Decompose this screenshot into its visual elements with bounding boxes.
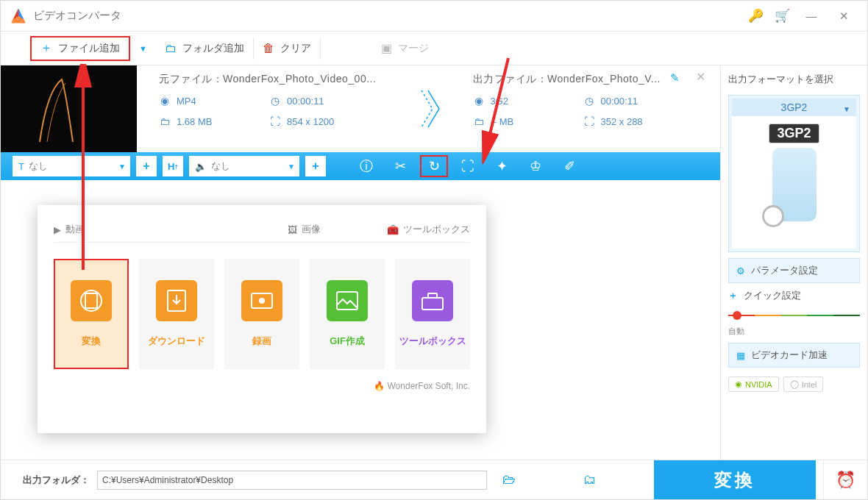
nvidia-chip[interactable]: ◉NVIDIA bbox=[728, 376, 779, 392]
watermark-icon[interactable]: ♔ bbox=[522, 155, 549, 177]
key-icon[interactable]: 🔑 bbox=[742, 3, 769, 29]
open-folder-icon[interactable]: 🗁 bbox=[494, 469, 524, 491]
rotate-icon[interactable]: ↻ bbox=[420, 155, 448, 177]
chevron-down-icon: ▼ bbox=[843, 105, 850, 113]
output-file-info: ✎ ✕ 出力ファイル：WonderFox_Photo_V... ◉3G2 ◷00… bbox=[451, 65, 721, 152]
intel-icon: ◯ bbox=[790, 379, 799, 389]
format-icon: ◉ bbox=[159, 95, 171, 107]
title-bar: ビデオコンバータ 🔑 🛒 — ✕ bbox=[1, 1, 867, 32]
app-logo-icon bbox=[11, 9, 26, 24]
svg-rect-6 bbox=[428, 293, 437, 298]
sharpen-icon[interactable]: ✐ bbox=[555, 155, 583, 177]
card-gif[interactable]: GIF作成 bbox=[310, 259, 385, 369]
popup-tab-image[interactable]: 🖼画像 bbox=[288, 223, 321, 236]
popup-tab-video[interactable]: ▶動画 bbox=[54, 223, 85, 236]
close-window-button[interactable]: ✕ bbox=[828, 3, 860, 29]
file-row: 元ファイル：WonderFox_Photo_Video_00... ◉MP4 ◷… bbox=[1, 65, 720, 152]
right-panel: 出力フォーマットを選択 3GP2▼ 3GP2 ⚙パラメータ設定 ＋クイック設定 bbox=[720, 65, 867, 460]
cart-icon[interactable]: 🛒 bbox=[769, 3, 795, 29]
remove-file-button[interactable]: ✕ bbox=[696, 70, 705, 84]
sliders-icon: ⚙ bbox=[736, 265, 745, 276]
add-file-button[interactable]: ＋ ファイル追加 bbox=[30, 36, 130, 61]
format-preview-icon: 3GP2 bbox=[754, 124, 835, 241]
add-folder-button[interactable]: 🗀 フォルダ追加 bbox=[156, 36, 253, 61]
slider-auto-label: 自動 bbox=[728, 326, 860, 337]
subtitle-settings-button[interactable]: H† bbox=[163, 156, 183, 176]
output-format-selector[interactable]: 3GP2▼ 3GP2 bbox=[728, 95, 860, 252]
output-format-label: 出力フォーマットを選択 bbox=[728, 73, 860, 86]
add-file-dropdown[interactable]: ▼ bbox=[130, 44, 156, 53]
output-folder-label: 出力フォルダ： bbox=[23, 474, 90, 487]
dimensions-icon: ⛶ bbox=[269, 115, 281, 127]
format-icon: ◉ bbox=[473, 95, 485, 107]
trash-icon: 🗑 bbox=[263, 42, 274, 55]
plus-small-icon: ＋ bbox=[728, 289, 738, 302]
footer-bar: 出力フォルダ： 🗁 🗂 変換 ⏰ bbox=[1, 460, 867, 499]
svg-rect-4 bbox=[337, 292, 357, 310]
flame-icon: 🔥 bbox=[374, 381, 385, 391]
card-record[interactable]: 録画 bbox=[224, 259, 299, 369]
crop-icon[interactable]: ⛶ bbox=[454, 155, 482, 177]
card-convert[interactable]: 変換 bbox=[54, 259, 129, 369]
edit-pencil-icon[interactable]: ✎ bbox=[670, 71, 680, 85]
cut-icon[interactable]: ✂ bbox=[386, 155, 414, 177]
effects-icon[interactable]: ✦ bbox=[488, 155, 516, 177]
clock-icon: ◷ bbox=[583, 95, 595, 107]
folder-plus-icon: 🗀 bbox=[165, 42, 177, 55]
card-download[interactable]: ダウンロード bbox=[139, 259, 214, 369]
intel-chip[interactable]: ◯Intel bbox=[783, 376, 824, 392]
add-subtitle-button[interactable]: + bbox=[136, 156, 157, 176]
subtitle-select[interactable]: T なし▼ bbox=[13, 156, 130, 176]
clear-button[interactable]: 🗑 クリア bbox=[254, 36, 320, 61]
plus-icon: ＋ bbox=[40, 40, 52, 56]
parameter-settings-button[interactable]: ⚙パラメータ設定 bbox=[728, 258, 860, 283]
convert-button[interactable]: 変換 bbox=[654, 460, 816, 500]
brand-label: 🔥WonderFox Soft, Inc. bbox=[54, 381, 470, 391]
feature-popup: ▶動画 🖼画像 🧰ツールボックス 変換 ダウンロード 録画 bbox=[38, 205, 486, 433]
text-icon: T bbox=[18, 161, 24, 172]
popup-tab-toolbox[interactable]: 🧰ツールボックス bbox=[387, 223, 470, 236]
edit-toolbar: T なし▼ + H† 🔈 なし▼ + ⓘ ✂ ↻ ⛶ ✦ ♔ ✐ bbox=[1, 152, 720, 180]
dimensions-icon: ⛶ bbox=[583, 115, 595, 127]
app-title: ビデオコンバータ bbox=[33, 9, 121, 23]
filesize-icon: 🗀 bbox=[473, 115, 485, 127]
schedule-icon[interactable]: ⏰ bbox=[823, 460, 867, 500]
svg-rect-0 bbox=[85, 293, 97, 308]
filesize-icon: 🗀 bbox=[159, 115, 171, 127]
chip-icon: ▦ bbox=[736, 350, 745, 361]
quick-settings-label: ＋クイック設定 bbox=[728, 289, 860, 302]
merge-button[interactable]: ▣ マージ bbox=[372, 36, 438, 61]
convert-arrow-icon bbox=[407, 65, 451, 152]
quality-slider[interactable] bbox=[728, 312, 860, 318]
video-thumbnail[interactable] bbox=[1, 65, 137, 152]
main-toolbar: ＋ ファイル追加 ▼ 🗀 フォルダ追加 🗑 クリア ▣ マージ bbox=[1, 32, 867, 65]
add-audio-button[interactable]: + bbox=[305, 156, 326, 176]
svg-rect-5 bbox=[422, 298, 443, 310]
minimize-button[interactable]: — bbox=[795, 3, 828, 29]
gpu-accel-button[interactable]: ▦ビデオカード加速 bbox=[728, 343, 860, 368]
nvidia-icon: ◉ bbox=[735, 379, 742, 389]
toolbox-tab-icon: 🧰 bbox=[387, 224, 399, 235]
speaker-icon: 🔈 bbox=[195, 161, 207, 172]
audio-track-select[interactable]: 🔈 なし▼ bbox=[189, 156, 299, 176]
source-file-info: 元ファイル：WonderFox_Photo_Video_00... ◉MP4 ◷… bbox=[137, 65, 407, 152]
browse-folder-icon[interactable]: 🗂 bbox=[575, 469, 605, 491]
video-tab-icon: ▶ bbox=[54, 224, 61, 235]
image-tab-icon: 🖼 bbox=[288, 224, 297, 235]
output-folder-input[interactable] bbox=[97, 471, 487, 490]
clock-icon: ◷ bbox=[269, 95, 281, 107]
card-toolbox[interactable]: ツールボックス bbox=[395, 259, 470, 369]
info-icon[interactable]: ⓘ bbox=[352, 155, 380, 177]
merge-icon: ▣ bbox=[381, 41, 392, 55]
svg-point-3 bbox=[259, 298, 265, 304]
